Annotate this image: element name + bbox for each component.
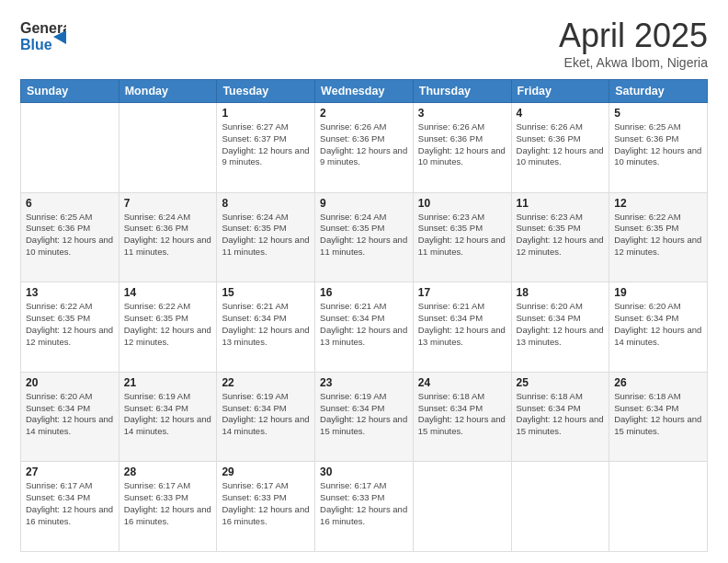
calendar-cell bbox=[21, 103, 119, 193]
day-number: 5 bbox=[614, 107, 702, 120]
calendar-cell: 13Sunrise: 6:22 AMSunset: 6:35 PMDayligh… bbox=[21, 282, 119, 373]
day-number: 30 bbox=[320, 465, 408, 478]
calendar-week-3: 13Sunrise: 6:22 AMSunset: 6:35 PMDayligh… bbox=[21, 282, 708, 373]
day-info: Sunrise: 6:18 AMSunset: 6:34 PMDaylight:… bbox=[418, 391, 506, 438]
day-number: 20 bbox=[26, 376, 114, 389]
header: General Blue April 2025 Eket, Akwa Ibom,… bbox=[20, 17, 708, 70]
day-number: 27 bbox=[26, 465, 114, 478]
weekday-header-row: SundayMondayTuesdayWednesdayThursdayFrid… bbox=[21, 80, 708, 103]
day-number: 11 bbox=[517, 197, 605, 210]
day-info: Sunrise: 6:22 AMSunset: 6:35 PMDaylight:… bbox=[26, 301, 114, 348]
calendar-table: SundayMondayTuesdayWednesdayThursdayFrid… bbox=[20, 79, 708, 552]
calendar-cell: 11Sunrise: 6:23 AMSunset: 6:35 PMDayligh… bbox=[511, 192, 609, 282]
day-info: Sunrise: 6:17 AMSunset: 6:33 PMDaylight:… bbox=[222, 480, 310, 527]
day-info: Sunrise: 6:23 AMSunset: 6:35 PMDaylight:… bbox=[517, 212, 605, 259]
day-number: 8 bbox=[222, 197, 310, 210]
day-info: Sunrise: 6:20 AMSunset: 6:34 PMDaylight:… bbox=[26, 391, 114, 438]
day-number: 10 bbox=[418, 197, 506, 210]
main-title: April 2025 bbox=[559, 17, 708, 55]
day-number: 12 bbox=[614, 197, 702, 210]
day-number: 3 bbox=[418, 107, 506, 120]
calendar-cell: 26Sunrise: 6:18 AMSunset: 6:34 PMDayligh… bbox=[609, 372, 708, 462]
logo-icon: General Blue bbox=[20, 17, 66, 55]
day-info: Sunrise: 6:21 AMSunset: 6:34 PMDaylight:… bbox=[418, 301, 506, 348]
calendar-cell: 30Sunrise: 6:17 AMSunset: 6:33 PMDayligh… bbox=[315, 462, 414, 552]
calendar-cell: 5Sunrise: 6:25 AMSunset: 6:36 PMDaylight… bbox=[609, 103, 708, 193]
day-info: Sunrise: 6:20 AMSunset: 6:34 PMDaylight:… bbox=[614, 301, 702, 348]
day-info: Sunrise: 6:27 AMSunset: 6:37 PMDaylight:… bbox=[222, 121, 310, 168]
day-number: 28 bbox=[124, 465, 212, 478]
calendar-week-1: 1Sunrise: 6:27 AMSunset: 6:37 PMDaylight… bbox=[21, 103, 708, 193]
subtitle: Eket, Akwa Ibom, Nigeria bbox=[559, 55, 708, 70]
weekday-header-saturday: Saturday bbox=[609, 80, 708, 103]
day-info: Sunrise: 6:22 AMSunset: 6:35 PMDaylight:… bbox=[614, 212, 702, 259]
calendar-cell: 14Sunrise: 6:22 AMSunset: 6:35 PMDayligh… bbox=[119, 282, 217, 373]
day-number: 14 bbox=[124, 286, 212, 299]
day-info: Sunrise: 6:25 AMSunset: 6:36 PMDaylight:… bbox=[26, 212, 114, 259]
day-number: 16 bbox=[320, 286, 408, 299]
calendar-cell bbox=[511, 462, 609, 552]
weekday-header-thursday: Thursday bbox=[413, 80, 511, 103]
day-number: 22 bbox=[222, 376, 310, 389]
day-number: 24 bbox=[418, 376, 506, 389]
svg-text:Blue: Blue bbox=[20, 37, 52, 52]
day-number: 17 bbox=[418, 286, 506, 299]
weekday-header-friday: Friday bbox=[511, 80, 609, 103]
day-info: Sunrise: 6:23 AMSunset: 6:35 PMDaylight:… bbox=[418, 212, 506, 259]
day-info: Sunrise: 6:26 AMSunset: 6:36 PMDaylight:… bbox=[320, 121, 408, 168]
day-number: 23 bbox=[320, 376, 408, 389]
calendar-cell: 7Sunrise: 6:24 AMSunset: 6:36 PMDaylight… bbox=[119, 192, 217, 282]
calendar-cell: 29Sunrise: 6:17 AMSunset: 6:33 PMDayligh… bbox=[217, 462, 315, 552]
calendar-week-4: 20Sunrise: 6:20 AMSunset: 6:34 PMDayligh… bbox=[21, 372, 708, 462]
calendar-cell: 20Sunrise: 6:20 AMSunset: 6:34 PMDayligh… bbox=[21, 372, 119, 462]
day-info: Sunrise: 6:17 AMSunset: 6:33 PMDaylight:… bbox=[124, 480, 212, 527]
day-info: Sunrise: 6:24 AMSunset: 6:36 PMDaylight:… bbox=[124, 212, 212, 259]
day-info: Sunrise: 6:26 AMSunset: 6:36 PMDaylight:… bbox=[517, 121, 605, 168]
day-number: 4 bbox=[517, 107, 605, 120]
day-number: 13 bbox=[26, 286, 114, 299]
page: General Blue April 2025 Eket, Akwa Ibom,… bbox=[0, 0, 728, 563]
day-number: 9 bbox=[320, 197, 408, 210]
day-info: Sunrise: 6:20 AMSunset: 6:34 PMDaylight:… bbox=[517, 301, 605, 348]
title-block: April 2025 Eket, Akwa Ibom, Nigeria bbox=[559, 17, 708, 70]
day-info: Sunrise: 6:19 AMSunset: 6:34 PMDaylight:… bbox=[124, 391, 212, 438]
day-number: 19 bbox=[614, 286, 702, 299]
day-info: Sunrise: 6:19 AMSunset: 6:34 PMDaylight:… bbox=[222, 391, 310, 438]
svg-text:General: General bbox=[20, 20, 66, 36]
calendar-cell: 22Sunrise: 6:19 AMSunset: 6:34 PMDayligh… bbox=[217, 372, 315, 462]
calendar-cell: 4Sunrise: 6:26 AMSunset: 6:36 PMDaylight… bbox=[511, 103, 609, 193]
day-number: 6 bbox=[26, 197, 114, 210]
calendar-cell: 19Sunrise: 6:20 AMSunset: 6:34 PMDayligh… bbox=[609, 282, 708, 373]
weekday-header-monday: Monday bbox=[119, 80, 217, 103]
calendar-cell: 1Sunrise: 6:27 AMSunset: 6:37 PMDaylight… bbox=[217, 103, 315, 193]
day-info: Sunrise: 6:24 AMSunset: 6:35 PMDaylight:… bbox=[320, 212, 408, 259]
day-info: Sunrise: 6:18 AMSunset: 6:34 PMDaylight:… bbox=[517, 391, 605, 438]
calendar-cell: 6Sunrise: 6:25 AMSunset: 6:36 PMDaylight… bbox=[21, 192, 119, 282]
day-number: 26 bbox=[614, 376, 702, 389]
calendar-cell bbox=[609, 462, 708, 552]
calendar-cell: 8Sunrise: 6:24 AMSunset: 6:35 PMDaylight… bbox=[217, 192, 315, 282]
day-info: Sunrise: 6:17 AMSunset: 6:34 PMDaylight:… bbox=[26, 480, 114, 527]
day-number: 25 bbox=[517, 376, 605, 389]
calendar-week-5: 27Sunrise: 6:17 AMSunset: 6:34 PMDayligh… bbox=[21, 462, 708, 552]
day-info: Sunrise: 6:18 AMSunset: 6:34 PMDaylight:… bbox=[614, 391, 702, 438]
calendar-cell: 16Sunrise: 6:21 AMSunset: 6:34 PMDayligh… bbox=[315, 282, 414, 373]
day-number: 15 bbox=[222, 286, 310, 299]
day-number: 1 bbox=[222, 107, 310, 120]
calendar-cell: 2Sunrise: 6:26 AMSunset: 6:36 PMDaylight… bbox=[315, 103, 414, 193]
calendar-cell: 23Sunrise: 6:19 AMSunset: 6:34 PMDayligh… bbox=[315, 372, 414, 462]
calendar-cell: 18Sunrise: 6:20 AMSunset: 6:34 PMDayligh… bbox=[511, 282, 609, 373]
calendar-cell: 28Sunrise: 6:17 AMSunset: 6:33 PMDayligh… bbox=[119, 462, 217, 552]
calendar-cell bbox=[413, 462, 511, 552]
calendar-cell: 17Sunrise: 6:21 AMSunset: 6:34 PMDayligh… bbox=[413, 282, 511, 373]
calendar-cell: 27Sunrise: 6:17 AMSunset: 6:34 PMDayligh… bbox=[21, 462, 119, 552]
day-number: 21 bbox=[124, 376, 212, 389]
logo: General Blue bbox=[20, 17, 70, 55]
day-number: 29 bbox=[222, 465, 310, 478]
calendar-cell: 12Sunrise: 6:22 AMSunset: 6:35 PMDayligh… bbox=[609, 192, 708, 282]
day-info: Sunrise: 6:22 AMSunset: 6:35 PMDaylight:… bbox=[124, 301, 212, 348]
day-number: 18 bbox=[517, 286, 605, 299]
calendar-cell: 24Sunrise: 6:18 AMSunset: 6:34 PMDayligh… bbox=[413, 372, 511, 462]
day-info: Sunrise: 6:21 AMSunset: 6:34 PMDaylight:… bbox=[222, 301, 310, 348]
calendar-cell: 10Sunrise: 6:23 AMSunset: 6:35 PMDayligh… bbox=[413, 192, 511, 282]
